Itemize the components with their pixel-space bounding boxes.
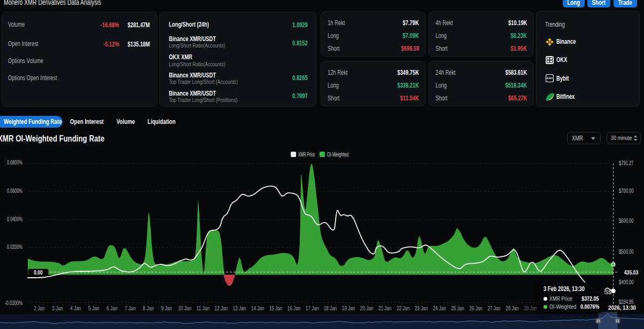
- svg-text:19 Jan: 19 Jan: [342, 305, 355, 311]
- svg-text:2 Jan: 2 Jan: [34, 305, 45, 311]
- svg-text:0.0800%: 0.0800%: [7, 159, 22, 166]
- svg-text:2026, 13:30: 2026, 13:30: [608, 304, 636, 311]
- svg-text:7 Jan: 7 Jan: [125, 305, 136, 311]
- svg-text:27 Jan: 27 Jan: [487, 305, 501, 311]
- svg-text:18 Jan: 18 Jan: [324, 305, 337, 311]
- svg-text:11 Jan: 11 Jan: [197, 305, 210, 311]
- svg-text:16 Jan: 16 Jan: [288, 305, 301, 311]
- svg-text:XMR Price: XMR Price: [298, 151, 315, 158]
- svg-text:6 Jan: 6 Jan: [106, 305, 118, 311]
- svg-text:12 Jan: 12 Jan: [215, 305, 228, 311]
- svg-text:13 Jan: 13 Jan: [233, 305, 246, 311]
- svg-text:-0.0200%: -0.0200%: [5, 300, 22, 306]
- svg-text:15 Jan: 15 Jan: [269, 305, 283, 311]
- svg-text:8 Jan: 8 Jan: [143, 305, 154, 311]
- svg-text:$400.00: $400.00: [619, 279, 634, 285]
- svg-text:23 Jan: 23 Jan: [415, 305, 428, 311]
- svg-text:0.0400%: 0.0400%: [7, 216, 22, 222]
- svg-text:17 Jan: 17 Jan: [306, 305, 319, 311]
- svg-text:0.0200%: 0.0200%: [7, 244, 22, 250]
- svg-text:26 Jan: 26 Jan: [469, 305, 483, 311]
- svg-text:$791.27: $791.27: [619, 160, 634, 166]
- svg-text:21 Jan: 21 Jan: [378, 305, 392, 311]
- svg-text:9 Jan: 9 Jan: [161, 305, 172, 311]
- svg-text:25 Jan: 25 Jan: [451, 305, 464, 311]
- svg-text:0.0600%: 0.0600%: [7, 187, 22, 194]
- svg-text:4 Jan: 4 Jan: [70, 305, 81, 311]
- svg-text:24 Jan: 24 Jan: [433, 305, 446, 311]
- svg-text:0.00: 0.00: [34, 269, 43, 276]
- svg-text:28 Jan: 28 Jan: [506, 305, 519, 311]
- svg-text:10 Jan: 10 Jan: [178, 305, 191, 311]
- svg-text:22 Jan: 22 Jan: [397, 305, 410, 311]
- svg-text:435.03: 435.03: [624, 269, 639, 276]
- svg-text:ISS: ISS: [604, 289, 611, 295]
- svg-text:$600.00: $600.00: [619, 217, 634, 224]
- svg-text:$500.00: $500.00: [619, 248, 634, 255]
- svg-text:OI-Weighted: OI-Weighted: [327, 151, 348, 158]
- svg-text:$700.00: $700.00: [619, 187, 634, 194]
- svg-text:5 Jan: 5 Jan: [88, 305, 99, 311]
- svg-text:29 Jan: 29 Jan: [524, 305, 537, 311]
- svg-text:3 Jan: 3 Jan: [52, 305, 63, 311]
- svg-text:20 Jan: 20 Jan: [360, 305, 374, 311]
- svg-text:14 Jan: 14 Jan: [251, 305, 265, 311]
